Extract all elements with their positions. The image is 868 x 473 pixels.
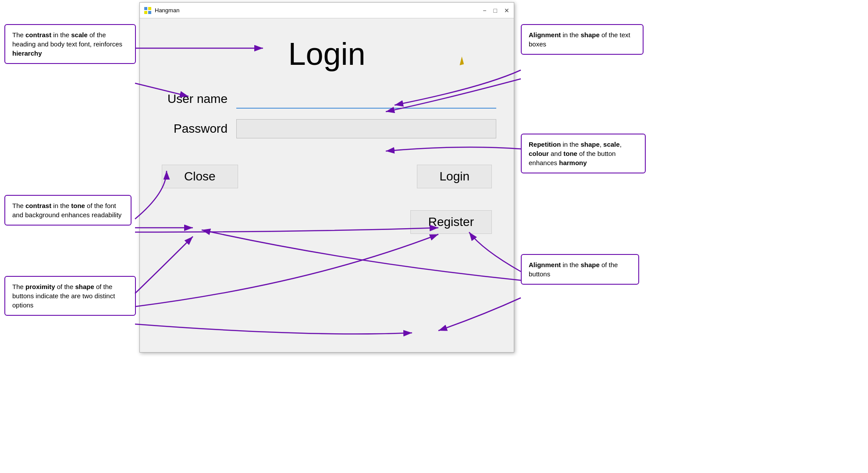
app-window: Hangman − □ ✕ Login User name Password C… — [139, 2, 514, 353]
window-controls: − □ ✕ — [483, 7, 509, 14]
window-content: Login User name Password Close Login Reg… — [140, 18, 514, 251]
close-button[interactable]: Close — [162, 165, 238, 188]
annotation-top-right: Alignment in the shape of the text boxes — [521, 24, 644, 55]
maximize-button[interactable]: □ — [494, 7, 497, 14]
username-label: User name — [157, 92, 228, 106]
titlebar: Hangman − □ ✕ — [140, 3, 514, 18]
svg-rect-3 — [148, 11, 151, 14]
svg-rect-2 — [144, 11, 147, 14]
app-icon — [144, 7, 151, 14]
register-row: Register — [157, 210, 496, 234]
annotation-top-left: The contrast in the scale of the heading… — [4, 24, 136, 64]
login-button[interactable]: Login — [417, 165, 492, 188]
register-button[interactable]: Register — [410, 210, 492, 234]
username-input[interactable] — [236, 89, 496, 109]
main-buttons-row: Close Login — [157, 165, 496, 188]
form-section: User name Password — [157, 89, 496, 138]
password-row: Password — [157, 119, 496, 138]
svg-rect-0 — [144, 7, 147, 10]
minimize-button[interactable]: − — [483, 7, 486, 14]
annotation-bottom-right: Alignment in the shape of the buttons — [521, 254, 639, 285]
username-row: User name — [157, 89, 496, 109]
password-label: Password — [157, 122, 228, 136]
svg-rect-1 — [148, 7, 151, 10]
annotation-mid-left: The contrast in the tone of the font and… — [4, 195, 132, 226]
page-heading: Login — [288, 36, 365, 72]
annotation-bottom-left: The proximity of the shape of the button… — [4, 276, 136, 316]
annotation-mid-right: Repetition in the shape, scale, colour a… — [521, 134, 646, 173]
window-close-button[interactable]: ✕ — [504, 7, 509, 14]
password-input[interactable] — [236, 119, 496, 138]
window-title: Hangman — [155, 7, 479, 14]
